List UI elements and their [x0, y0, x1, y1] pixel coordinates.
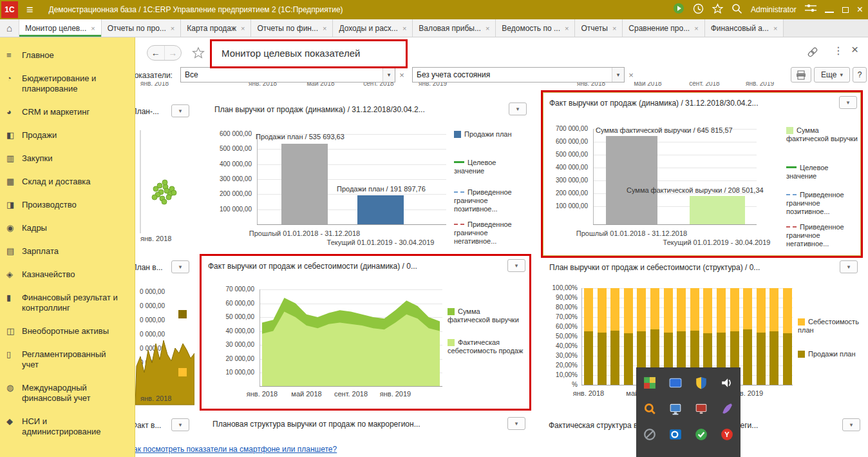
get-link-icon[interactable] — [806, 46, 819, 61]
chart-title: Факт выручки от продаж (динамика) / 31.1… — [549, 99, 835, 108]
tab-close-icon[interactable]: × — [171, 24, 175, 32]
close-button[interactable]: × — [857, 5, 863, 15]
tab-close-icon[interactable]: × — [773, 24, 777, 32]
tab-7[interactable]: Ведомость по ...× — [496, 19, 575, 37]
chart-variant-dropdown[interactable]: ▾ — [507, 259, 525, 272]
display-recording-icon[interactable] — [688, 396, 714, 422]
history-icon[interactable] — [693, 3, 704, 17]
tab-9[interactable]: Сравнение про...× — [623, 19, 704, 37]
indicators-filter-combobox[interactable]: Все ▾ — [180, 67, 395, 83]
tab-label: Карта продаж — [187, 24, 236, 33]
windows-defender-icon[interactable] — [688, 370, 714, 396]
maximize-button[interactable] — [842, 4, 849, 15]
state-filter-combobox[interactable]: Без учета состояния ▾ — [412, 67, 625, 83]
tab-2[interactable]: Отчеты по про...× — [102, 19, 182, 37]
tab-label: Отчеты по фин... — [257, 24, 318, 33]
chart-variant-dropdown[interactable]: ▾ — [509, 102, 527, 115]
tab-6[interactable]: Валовая прибы...× — [413, 19, 496, 37]
tab-close-icon[interactable]: × — [241, 24, 245, 32]
search-magnifier-icon[interactable] — [637, 396, 663, 422]
forward-button[interactable]: → — [164, 46, 182, 60]
sidebar-item-8[interactable]: ◉Кадры — [0, 217, 135, 240]
volume-icon[interactable] — [714, 370, 740, 396]
sidebar-item-label: Производство — [22, 200, 118, 210]
tab-1[interactable]: Монитор целев...× — [19, 19, 102, 37]
sidebar-item-11[interactable]: ▮Финансовый результат и контроллинг — [0, 286, 135, 320]
main-menu-icon[interactable]: ≡ — [26, 3, 33, 17]
legend-swatch — [454, 191, 464, 193]
stacked-bar-top — [690, 288, 699, 331]
sidebar-item-5[interactable]: ▥Закупки — [0, 147, 135, 170]
disabled-device-icon[interactable] — [637, 422, 663, 447]
chart-variant-dropdown[interactable]: ▾ — [507, 417, 525, 430]
more-actions-button[interactable]: Еще▾ — [814, 67, 850, 83]
tab-close-icon[interactable]: × — [402, 24, 406, 32]
clear-filter-icon[interactable]: × — [626, 67, 636, 83]
sidebar-item-10[interactable]: ◈Казначейство — [0, 263, 135, 286]
chart-variant-dropdown[interactable]: ▾ — [842, 418, 860, 431]
favorites-star-icon[interactable] — [712, 3, 723, 17]
tab-4[interactable]: Отчеты по фин...× — [251, 19, 333, 37]
chevron-down-icon[interactable]: ▾ — [382, 68, 395, 82]
chart-variant-dropdown[interactable]: ▾ — [171, 418, 189, 431]
tab-8[interactable]: Отчеты× — [575, 19, 623, 37]
sidebar-item-15[interactable]: ◆НСИ и администрирование — [0, 410, 135, 443]
legend-swatch — [786, 166, 797, 168]
clipped-chart-title: План-... — [131, 107, 159, 116]
tab-label: Отчеты по про... — [108, 24, 166, 33]
tab-close-icon[interactable]: × — [565, 24, 569, 32]
stacked-bar-top — [664, 288, 673, 333]
sidebar-item-4[interactable]: ◧Продажи — [0, 124, 135, 147]
stacked-bar-top — [610, 288, 619, 331]
clear-filter-icon[interactable]: × — [397, 67, 407, 83]
antivirus-ok-icon[interactable] — [688, 422, 714, 447]
home-tab-button[interactable]: ⌂ — [0, 19, 19, 37]
chevron-down-icon[interactable]: ▾ — [612, 68, 624, 82]
sections-panel: ≡Главное◔Бюджетирование и планирование◕C… — [0, 37, 135, 457]
settings-sliders-icon[interactable] — [805, 4, 816, 15]
sidebar-item-3[interactable]: ◕CRM и маркетинг — [0, 101, 135, 124]
stacked-bar-top — [783, 288, 792, 333]
print-button[interactable] — [791, 67, 811, 83]
chart-variant-dropdown[interactable]: ▾ — [171, 104, 189, 117]
service-green-icon[interactable] — [673, 3, 684, 17]
open-tabs: Монитор целев...×Отчеты по про...×Карта … — [19, 19, 868, 37]
help-button[interactable]: ? — [853, 67, 867, 83]
sidebar-item-7[interactable]: ◨Производство — [0, 193, 135, 217]
back-button[interactable]: ← — [147, 46, 164, 60]
y-tick-label: 200 000,00 — [209, 190, 252, 197]
tab-close-icon[interactable]: × — [694, 24, 698, 32]
search-icon[interactable] — [731, 3, 742, 17]
chart-variant-dropdown[interactable]: ▾ — [839, 96, 857, 109]
yandex-browser-icon[interactable]: Y — [714, 422, 740, 447]
y-tick-label: 40 000,00 — [203, 327, 254, 335]
tab-5[interactable]: Доходы и расх...× — [333, 19, 413, 37]
outlook-mail-icon[interactable] — [663, 422, 688, 447]
screen-layout-app-icon[interactable] — [637, 370, 663, 396]
form-close-icon[interactable]: × — [851, 43, 858, 57]
tab-close-icon[interactable]: × — [486, 24, 489, 32]
tab-3[interactable]: Карта продаж× — [181, 19, 251, 37]
more-menu-kebab-icon[interactable]: ⋮ — [833, 44, 844, 57]
sidebar-item-1[interactable]: ≡Главное — [0, 44, 135, 67]
smartphone-howto-link[interactable]: Как посмотреть показатели на смартфоне и… — [129, 445, 337, 454]
tab-close-icon[interactable]: × — [91, 24, 95, 32]
minimize-button[interactable] — [825, 12, 834, 13]
tab-10[interactable]: Финансовый а...× — [705, 19, 784, 37]
remote-desktop-app-icon[interactable] — [663, 370, 688, 396]
tab-close-icon[interactable]: × — [323, 24, 326, 32]
favorite-star-icon[interactable] — [192, 46, 205, 62]
window-titlebar: 1С ≡ Демонстрационная база / 1С:ERP Упра… — [0, 0, 868, 19]
chart-variant-dropdown[interactable]: ▾ — [171, 260, 189, 273]
sidebar-item-12[interactable]: ◫Внеоборотные активы — [0, 320, 135, 343]
sidebar-item-9[interactable]: ▤Зарплата — [0, 240, 135, 263]
sidebar-item-14[interactable]: ◍Международный финансовый учет — [0, 376, 135, 410]
legend-swatch — [454, 161, 464, 163]
tab-close-icon[interactable]: × — [612, 24, 616, 32]
feather-pen-icon[interactable] — [714, 396, 740, 422]
chart-variant-dropdown[interactable]: ▾ — [840, 260, 858, 273]
sidebar-item-6[interactable]: ▦Склад и доставка — [0, 170, 135, 193]
sidebar-item-2[interactable]: ◔Бюджетирование и планирование — [0, 67, 135, 101]
display-icon[interactable] — [663, 396, 688, 422]
sidebar-item-13[interactable]: ▯Регламентированный учет — [0, 343, 135, 376]
